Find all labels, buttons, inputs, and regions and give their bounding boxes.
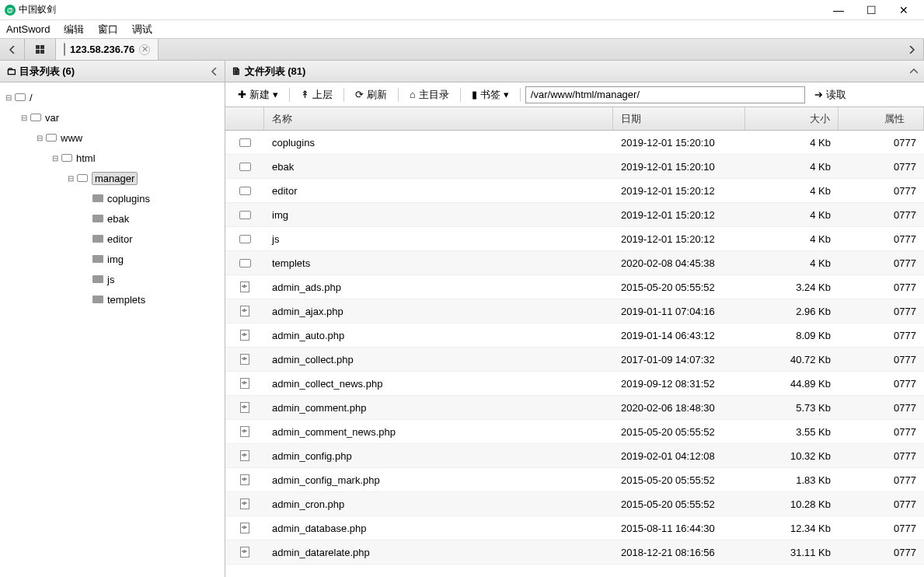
row-date: 2015-05-20 05:55:52	[613, 474, 745, 486]
tree-toggle[interactable]: ⊟	[65, 174, 76, 183]
refresh-button[interactable]: ⟳ 刷新	[349, 86, 393, 104]
tab-grid-button[interactable]	[25, 39, 56, 60]
minimize-button[interactable]: —	[829, 2, 848, 18]
tree-label: img	[107, 254, 124, 265]
tree-node-editor[interactable]: editor	[0, 229, 225, 249]
table-row[interactable]: admin_collect.php2017-01-09 14:07:3240.7…	[225, 348, 924, 372]
row-attr: 0777	[839, 282, 924, 293]
tree-node-var[interactable]: ⊟ var	[0, 107, 225, 128]
menu-window[interactable]: 窗口	[98, 23, 118, 37]
table-row[interactable]: admin_ajax.php2019-01-11 07:04:162.96 Kb…	[225, 299, 924, 323]
table-row[interactable]: admin_comment.php2020-02-06 18:48:305.73…	[225, 396, 924, 420]
row-name: admin_collect_news.php	[264, 378, 613, 390]
menu-edit[interactable]: 编辑	[64, 23, 84, 37]
maximize-button[interactable]: ☐	[862, 2, 880, 18]
refresh-label: 刷新	[367, 88, 387, 102]
tree-toggle[interactable]: ⊟	[19, 114, 30, 122]
tree-toggle[interactable]: ⊟	[3, 93, 14, 102]
tab-prev-button[interactable]	[0, 39, 25, 60]
tree-node-templets[interactable]: templets	[0, 289, 225, 309]
chevron-right-icon	[908, 46, 915, 54]
row-icon	[225, 211, 264, 219]
tree-node-root[interactable]: ⊟ /	[0, 87, 225, 107]
row-date: 2020-02-06 18:48:30	[613, 402, 745, 414]
tree-label: manager	[92, 172, 138, 185]
tree-toggle[interactable]: ⊟	[50, 154, 61, 163]
php-file-icon	[240, 354, 249, 365]
tree-node-js[interactable]: js	[0, 269, 225, 289]
row-attr: 0777	[839, 233, 924, 245]
table-row[interactable]: admin_config.php2019-02-01 04:12:0810.32…	[225, 444, 924, 468]
table-row[interactable]: editor2019-12-01 15:20:124 Kb0777	[225, 179, 924, 203]
row-date: 2019-12-01 15:20:12	[613, 209, 745, 221]
tree-node-manager[interactable]: ⊟ manager	[0, 168, 225, 188]
tree-label: www	[61, 132, 82, 144]
new-button[interactable]: ✚ 新建 ▾	[232, 86, 284, 104]
menu-antsword[interactable]: AntSword	[6, 23, 50, 35]
bookmark-button[interactable]: ▮ 书签 ▾	[465, 86, 515, 104]
tree-node-ebak[interactable]: ebak	[0, 208, 225, 229]
row-attr: 0777	[839, 306, 924, 317]
row-icon	[225, 402, 264, 413]
row-icon	[225, 354, 264, 365]
folder-icon	[92, 233, 104, 244]
table-row[interactable]: admin_auto.php2019-01-14 06:43:128.09 Kb…	[225, 323, 924, 348]
table-row[interactable]: admin_config_mark.php2015-05-20 05:55:52…	[225, 468, 924, 492]
table-row[interactable]: ebak2019-12-01 15:20:104 Kb0777	[225, 155, 924, 179]
tab-ip[interactable]: 123.58.236.76 ✕	[56, 39, 159, 60]
row-name: admin_collect.php	[264, 354, 613, 365]
up-button[interactable]: ↟ 上层	[295, 86, 339, 104]
col-size[interactable]: 大小	[745, 107, 839, 130]
table-row[interactable]: coplugins2019-12-01 15:20:104 Kb0777	[225, 131, 924, 155]
folder-icon	[61, 152, 73, 163]
arrow-right-icon: ➔	[814, 89, 823, 100]
tree-node-www[interactable]: ⊟ www	[0, 128, 225, 148]
row-date: 2015-05-20 05:55:52	[613, 426, 745, 438]
path-input[interactable]	[525, 86, 805, 103]
tree-node-img[interactable]: img	[0, 249, 225, 269]
table-row[interactable]: admin_ads.php2015-05-20 05:55:523.24 Kb0…	[225, 275, 924, 299]
table-row[interactable]: admin_collect_news.php2019-09-12 08:31:5…	[225, 372, 924, 396]
home-button[interactable]: ⌂ 主目录	[403, 86, 455, 104]
row-name: ebak	[264, 161, 613, 173]
close-button[interactable]: ✕	[894, 2, 913, 18]
panel-collapse-button[interactable]	[211, 68, 218, 75]
table-row[interactable]: img2019-12-01 15:20:124 Kb0777	[225, 203, 924, 227]
tree-label: js	[107, 274, 114, 285]
folder-icon	[239, 163, 251, 171]
tab-next-button[interactable]	[899, 39, 924, 60]
row-date: 2015-05-20 05:55:52	[613, 282, 745, 293]
panel-collapse-button[interactable]	[910, 68, 918, 75]
table-row[interactable]: admin_database.php2015-08-11 16:44:3012.…	[225, 516, 924, 540]
tab-close-button[interactable]: ✕	[139, 44, 150, 55]
col-icon[interactable]	[225, 107, 264, 130]
tree-label: /	[30, 92, 33, 103]
folder-icon	[45, 132, 58, 143]
row-date: 2019-12-01 15:20:12	[613, 233, 745, 245]
table-row[interactable]: admin_cron.php2015-05-20 05:55:5210.28 K…	[225, 492, 924, 516]
row-attr: 0777	[839, 547, 924, 558]
row-size: 40.72 Kb	[745, 354, 839, 365]
table-row[interactable]: templets2020-02-08 04:45:384 Kb0777	[225, 251, 924, 275]
tree-node-html[interactable]: ⊟ html	[0, 148, 225, 168]
col-date[interactable]: 日期	[613, 107, 745, 130]
table-row[interactable]: js2019-12-01 15:20:124 Kb0777	[225, 227, 924, 251]
menu-debug[interactable]: 调试	[132, 23, 152, 37]
table-row[interactable]: admin_datarelate.php2018-12-21 08:16:563…	[225, 540, 924, 565]
php-file-icon	[240, 474, 249, 485]
row-size: 5.73 Kb	[745, 402, 839, 414]
folder-icon: 🗀	[6, 65, 16, 77]
table-row[interactable]: admin_comment_news.php2015-05-20 05:55:5…	[225, 420, 924, 444]
row-icon	[225, 474, 264, 485]
col-name[interactable]: 名称	[264, 107, 613, 130]
row-size: 8.09 Kb	[745, 330, 839, 341]
tree-node-coplugins[interactable]: coplugins	[0, 188, 225, 208]
tree-toggle[interactable]: ⊟	[34, 134, 45, 142]
bookmark-icon: ▮	[472, 89, 477, 100]
col-attr[interactable]: 属性	[839, 107, 924, 130]
row-name: coplugins	[264, 137, 613, 149]
folder-icon	[92, 213, 104, 224]
row-name: admin_database.php	[264, 523, 613, 534]
row-icon	[225, 547, 264, 558]
read-button[interactable]: ➔ 读取	[808, 86, 853, 104]
